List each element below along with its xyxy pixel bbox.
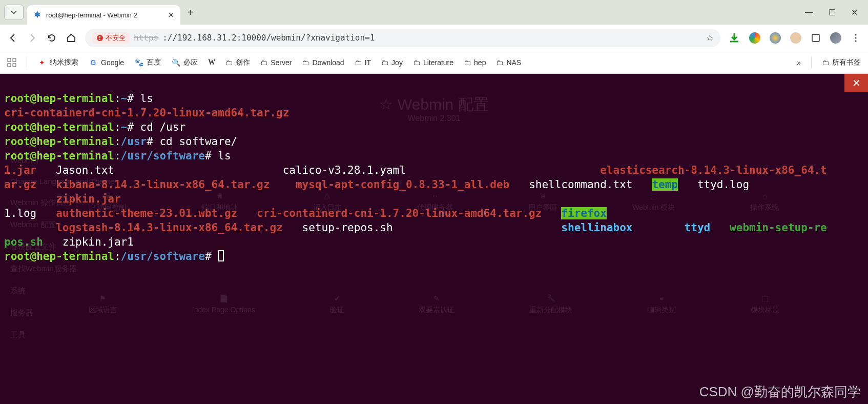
home-button[interactable] [66, 32, 77, 44]
browser-tab[interactable]: root@hep-terminal - Webmin 2 ✕ [27, 5, 180, 25]
svg-point-6 [855, 40, 856, 42]
extension-icons [729, 32, 861, 44]
profile-avatar[interactable] [830, 32, 841, 44]
svg-point-5 [855, 37, 856, 38]
bookmark-folder-nas[interactable]: 🗀NAS [496, 58, 521, 67]
apps-button[interactable] [7, 58, 16, 67]
terminal-output[interactable]: root@hep-terminal:~# ls cri-containerd-c… [0, 74, 868, 281]
bookmark-star-icon[interactable]: ☆ [706, 33, 713, 43]
extension-icon-2[interactable] [770, 32, 781, 44]
svg-rect-9 [8, 64, 11, 67]
bookmark-all[interactable]: 🗀所有书签 [822, 58, 861, 67]
url-protocol: https [134, 33, 158, 43]
bookmark-folder-create[interactable]: 🗀创作 [225, 58, 250, 67]
svg-rect-3 [812, 34, 819, 42]
bookmark-bing[interactable]: 🔍必应 [171, 58, 198, 67]
svg-rect-2 [99, 39, 100, 40]
bookmark-folder-download[interactable]: 🗀Download [302, 58, 344, 67]
bookmark-nami[interactable]: ✦纳米搜索 [37, 58, 78, 67]
tab-close-icon[interactable]: ✕ [168, 10, 174, 20]
window-minimize-button[interactable]: — [805, 8, 813, 17]
bookmark-wikipedia[interactable]: W [208, 58, 215, 67]
bookmark-baidu[interactable]: 🐾百度 [134, 58, 161, 67]
window-close-button[interactable]: ✕ [851, 8, 858, 17]
puzzle-icon[interactable] [811, 33, 821, 43]
window-maximize-button[interactable]: ☐ [829, 8, 836, 17]
extension-icon-3[interactable] [790, 32, 801, 44]
download-icon[interactable] [729, 32, 740, 44]
terminal-panel: ☆ Webmin 配置 Webmin 2.301 WebminChange La… [0, 74, 868, 404]
reload-button[interactable] [46, 32, 57, 44]
bookmarks-bar: ✦纳米搜索 GGoogle 🐾百度 🔍必应 W 🗀创作 🗀Server 🗀Dow… [0, 51, 868, 74]
bookmark-overflow[interactable]: » [797, 58, 801, 67]
bookmark-folder-hep[interactable]: 🗀hep [464, 58, 486, 67]
svg-point-4 [855, 34, 856, 35]
bookmark-folder-it[interactable]: 🗀IT [355, 58, 371, 67]
insecure-badge[interactable]: 不安全 [92, 32, 130, 44]
svg-rect-1 [99, 36, 100, 38]
forward-button[interactable] [27, 32, 38, 44]
chevron-down-icon [11, 9, 17, 15]
browser-toolbar: 不安全 https://192.168.31.2:10000/webmin/?x… [0, 25, 868, 51]
address-bar[interactable]: 不安全 https://192.168.31.2:10000/webmin/?x… [85, 29, 720, 47]
terminal-close-button[interactable]: ✕ [844, 74, 868, 92]
bookmark-google[interactable]: GGoogle [89, 58, 124, 67]
new-tab-button[interactable]: + [188, 7, 194, 18]
browser-titlebar: root@hep-terminal - Webmin 2 ✕ + — ☐ ✕ [0, 0, 868, 25]
menu-icon[interactable] [851, 33, 861, 43]
svg-rect-8 [13, 58, 16, 62]
watermark: CSDN @勤奋的凯尔森同学 [699, 383, 861, 401]
webmin-favicon-icon [33, 10, 42, 19]
url-path: ://192.168.31.2:10000/webmin/?xnavigatio… [162, 33, 375, 43]
tab-title: root@hep-terminal - Webmin 2 [46, 11, 163, 19]
tab-list-dropdown[interactable] [4, 5, 24, 20]
bookmark-folder-literature[interactable]: 🗀Literature [413, 58, 453, 67]
svg-rect-7 [8, 58, 11, 62]
back-button[interactable] [7, 32, 18, 44]
bookmark-folder-server[interactable]: 🗀Server [260, 58, 292, 67]
extension-icon-1[interactable] [749, 32, 760, 44]
svg-rect-10 [13, 64, 16, 67]
warning-icon [96, 34, 104, 42]
bookmark-folder-joy[interactable]: 🗀Joy [381, 58, 403, 67]
terminal-cursor [218, 250, 224, 261]
